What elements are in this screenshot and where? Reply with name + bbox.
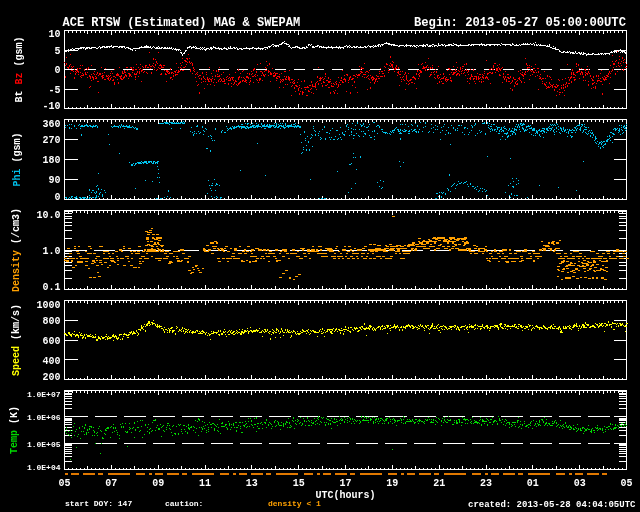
svg-text:90: 90 (48, 175, 60, 186)
svg-text:ACE RTSW (Estimated) MAG & SWE: ACE RTSW (Estimated) MAG & SWEPAM (63, 16, 301, 30)
svg-text:1.0E+06: 1.0E+06 (27, 413, 61, 422)
svg-text:400: 400 (42, 356, 60, 367)
svg-text:-5: -5 (48, 85, 60, 96)
svg-text:Phi (gsm): Phi (gsm) (12, 132, 23, 186)
svg-text:270: 270 (42, 135, 60, 146)
svg-text:10.0: 10.0 (36, 210, 60, 221)
svg-text:caution:: caution: (165, 499, 203, 508)
svg-text:13: 13 (246, 478, 258, 489)
svg-text:Begin: 2013-05-27 05:00:00UTC: Begin: 2013-05-27 05:00:00UTC (414, 16, 626, 30)
svg-text:UTC(hours): UTC(hours) (315, 490, 375, 501)
svg-text:03: 03 (574, 478, 586, 489)
svg-text:0: 0 (54, 65, 60, 76)
svg-text:10: 10 (48, 29, 60, 40)
svg-text:19: 19 (386, 478, 398, 489)
svg-text:180: 180 (42, 155, 60, 166)
svg-text:start DOY: 147: start DOY: 147 (65, 499, 132, 508)
svg-text:600: 600 (42, 336, 60, 347)
svg-text:Density (/cm3): Density (/cm3) (11, 208, 22, 292)
svg-text:09: 09 (152, 478, 164, 489)
svg-text:Bt Bz (gsm): Bt Bz (gsm) (14, 36, 25, 102)
svg-text:800: 800 (42, 316, 60, 327)
svg-text:1000: 1000 (36, 300, 60, 311)
svg-text:1.0E+04: 1.0E+04 (27, 463, 61, 472)
svg-text:1.0E+05: 1.0E+05 (27, 440, 61, 449)
svg-text:density < 1: density < 1 (268, 499, 321, 508)
svg-text:1.0: 1.0 (42, 246, 60, 257)
svg-text:23: 23 (480, 478, 492, 489)
svg-text:1.0E+07: 1.0E+07 (27, 390, 61, 399)
svg-text:360: 360 (42, 119, 60, 130)
svg-text:created: 2013-05-28 04:04:05UT: created: 2013-05-28 04:04:05UTC (468, 500, 636, 510)
svg-text:07: 07 (105, 478, 117, 489)
svg-text:5: 5 (54, 46, 60, 57)
svg-text:11: 11 (199, 478, 211, 489)
svg-text:Temp (K): Temp (K) (9, 406, 20, 454)
svg-text:21: 21 (433, 478, 445, 489)
svg-text:05: 05 (58, 478, 70, 489)
svg-text:Speed (km/s): Speed (km/s) (11, 304, 22, 376)
svg-text:17: 17 (339, 478, 351, 489)
svg-text:15: 15 (293, 478, 305, 489)
svg-text:-10: -10 (42, 101, 60, 112)
svg-text:0.1: 0.1 (42, 282, 60, 293)
svg-text:01: 01 (527, 478, 539, 489)
svg-text:0: 0 (54, 192, 60, 203)
svg-text:200: 200 (42, 372, 60, 383)
svg-text:05: 05 (620, 478, 632, 489)
